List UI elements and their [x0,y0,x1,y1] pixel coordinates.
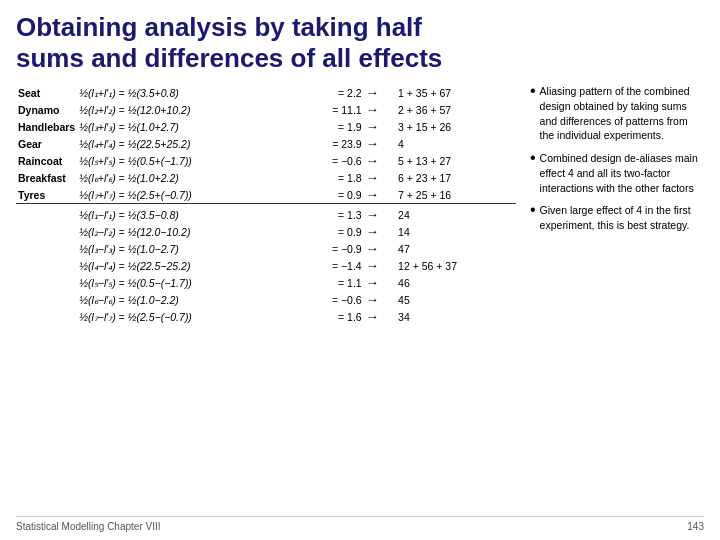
row-equals: = 1.9 [299,118,363,135]
left-panel: Seat ½(l₁+l′₁) = ½(3.5+0.8) = 2.2 → 1 + … [16,84,516,510]
row-formula: ½(l₅+l′₅) = ½(0.5+(−1.7)) [77,152,299,169]
row-equals: = 1.6 [299,308,363,325]
row-label: Tyres [16,186,77,204]
bullet-text: Given large effect of 4 in the first exp… [540,203,704,232]
row-equals: = 0.9 [299,186,363,204]
row-formula: ½(l₇−l′₇) = ½(2.5−(−0.7)) [77,308,299,325]
row-arrow: → [364,84,396,101]
footer-right: 143 [687,521,704,532]
row-formula: ½(l₂−l′₂) = ½(12.0−10.2) [77,223,299,240]
row-result: 7 + 25 + 16 [396,186,516,204]
bullet-item: • Combined design de-aliases main effect… [530,151,704,195]
right-panel: • Aliasing pattern of the combined desig… [524,84,704,510]
row-equals: = 1.1 [299,274,363,291]
table-row: Tyres ½(l₇+l′₇) = ½(2.5+(−0.7)) = 0.9 → … [16,186,516,204]
row-equals: = 11.1 [299,101,363,118]
row-arrow: → [364,118,396,135]
row-formula: ½(l₁+l′₁) = ½(3.5+0.8) [77,84,299,101]
row-arrow: → [364,152,396,169]
row-arrow: → [364,169,396,186]
bullet-item: • Aliasing pattern of the combined desig… [530,84,704,143]
row-label: Raincoat [16,152,77,169]
row-label: Handlebars [16,118,77,135]
row-label: Dynamo [16,101,77,118]
table-area: Seat ½(l₁+l′₁) = ½(3.5+0.8) = 2.2 → 1 + … [16,84,516,325]
row-label [16,240,77,257]
row-result: 47 [396,240,516,257]
row-result: 1 + 35 + 67 [396,84,516,101]
row-formula: ½(l₄−l′₄) = ½(22.5−25.2) [77,257,299,274]
row-arrow: → [364,308,396,325]
row-arrow: → [364,274,396,291]
row-result: 24 [396,204,516,224]
bullet-dot: • [530,150,536,166]
row-label [16,257,77,274]
bullet-text: Combined design de-aliases main effect 4… [540,151,704,195]
row-equals: = 23.9 [299,135,363,152]
row-label [16,308,77,325]
row-arrow: → [364,186,396,204]
row-result: 34 [396,308,516,325]
table-row: Seat ½(l₁+l′₁) = ½(3.5+0.8) = 2.2 → 1 + … [16,84,516,101]
row-equals: = −0.9 [299,240,363,257]
row-result: 12 + 56 + 37 [396,257,516,274]
table-row: ½(l₁−l′₁) = ½(3.5−0.8) = 1.3 → 24 [16,204,516,224]
row-result: 46 [396,274,516,291]
table-row: ½(l₇−l′₇) = ½(2.5−(−0.7)) = 1.6 → 34 [16,308,516,325]
bullet-dot: • [530,202,536,218]
row-result: 4 [396,135,516,152]
row-label [16,291,77,308]
row-formula: ½(l₆+l′₆) = ½(1.0+2.2) [77,169,299,186]
table-row: ½(l₅−l′₅) = ½(0.5−(−1.7)) = 1.1 → 46 [16,274,516,291]
row-label [16,274,77,291]
row-equals: = −0.6 [299,291,363,308]
table-row: Gear ½(l₄+l′₄) = ½(22.5+25.2) = 23.9 → 4 [16,135,516,152]
table-row: Handlebars ½(l₃+l′₃) = ½(1.0+2.7) = 1.9 … [16,118,516,135]
row-formula: ½(l₂+l′₂) = ½(12.0+10.2) [77,101,299,118]
row-formula: ½(l₃−l′₃) = ½(1.0−2.7) [77,240,299,257]
row-arrow: → [364,240,396,257]
table-row: ½(l₃−l′₃) = ½(1.0−2.7) = −0.9 → 47 [16,240,516,257]
row-equals: = −0.6 [299,152,363,169]
row-formula: ½(l₆−l′₆) = ½(1.0−2.2) [77,291,299,308]
row-arrow: → [364,291,396,308]
row-label [16,223,77,240]
row-formula: ½(l₁−l′₁) = ½(3.5−0.8) [77,204,299,224]
row-result: 14 [396,223,516,240]
row-label: Seat [16,84,77,101]
row-formula: ½(l₅−l′₅) = ½(0.5−(−1.7)) [77,274,299,291]
table-row: Breakfast ½(l₆+l′₆) = ½(1.0+2.2) = 1.8 →… [16,169,516,186]
row-equals: = 1.3 [299,204,363,224]
row-arrow: → [364,101,396,118]
row-formula: ½(l₄+l′₄) = ½(22.5+25.2) [77,135,299,152]
row-equals: = 1.8 [299,169,363,186]
row-result: 2 + 36 + 57 [396,101,516,118]
row-arrow: → [364,257,396,274]
bullet-text: Aliasing pattern of the combined design … [540,84,704,143]
row-equals: = 0.9 [299,223,363,240]
row-formula: ½(l₇+l′₇) = ½(2.5+(−0.7)) [77,186,299,204]
row-label: Gear [16,135,77,152]
row-arrow: → [364,135,396,152]
bullet-item: • Given large effect of 4 in the first e… [530,203,704,232]
row-result: 3 + 15 + 26 [396,118,516,135]
row-arrow: → [364,223,396,240]
table-row: Dynamo ½(l₂+l′₂) = ½(12.0+10.2) = 11.1 →… [16,101,516,118]
footer-left: Statistical Modelling Chapter VIII [16,521,161,532]
content-area: Seat ½(l₁+l′₁) = ½(3.5+0.8) = 2.2 → 1 + … [16,84,704,510]
table-row: ½(l₆−l′₆) = ½(1.0−2.2) = −0.6 → 45 [16,291,516,308]
footer: Statistical Modelling Chapter VIII 143 [16,516,704,532]
page: Obtaining analysis by taking half sums a… [0,0,720,540]
row-label: Breakfast [16,169,77,186]
row-formula: ½(l₃+l′₃) = ½(1.0+2.7) [77,118,299,135]
row-arrow: → [364,204,396,224]
table-row: ½(l₂−l′₂) = ½(12.0−10.2) = 0.9 → 14 [16,223,516,240]
row-result: 6 + 23 + 17 [396,169,516,186]
bullet-dot: • [530,83,536,99]
row-equals: = −1.4 [299,257,363,274]
calculations-table: Seat ½(l₁+l′₁) = ½(3.5+0.8) = 2.2 → 1 + … [16,84,516,325]
row-result: 45 [396,291,516,308]
table-row: Raincoat ½(l₅+l′₅) = ½(0.5+(−1.7)) = −0.… [16,152,516,169]
row-result: 5 + 13 + 27 [396,152,516,169]
row-label [16,204,77,224]
